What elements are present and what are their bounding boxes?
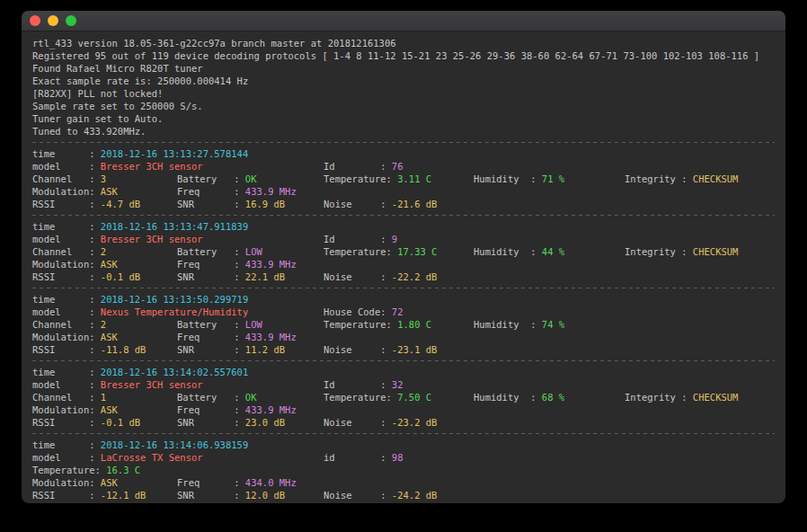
sensor-data-line: Temperature: 16.3 C [32,464,775,476]
field-value: -11.8 dB [101,344,146,355]
field-label: time : [32,439,101,450]
terminal-header-line: Tuned to 433.920MHz. [32,125,775,137]
field-label: Id : [324,161,392,172]
field-label: id : [324,452,392,463]
field-channel: Channel : 2 [32,318,106,331]
terminal-window: rtl_433 version 18.05-361-g22cc97a branc… [22,11,785,503]
field-label: Channel : [32,392,101,403]
field-label: Battery : [177,392,245,403]
block-separator [32,360,775,361]
field-value: -0.1 dB [101,271,140,282]
terminal-output[interactable]: rtl_433 version 18.05-361-g22cc97a branc… [22,31,785,501]
field-value: ASK [101,259,118,270]
field-label: Humidity : [474,173,542,184]
sensor-data-line: model : Bresser 3CH sensorId : 9 [32,233,775,245]
field-label: model : [32,379,101,390]
field-label: Temperature: [324,319,397,330]
field-label: Battery : [177,246,245,257]
zoom-button-icon[interactable] [66,15,76,26]
field-temperature: Temperature: 1.80 C [324,318,431,331]
field-label: Freq : [177,404,245,415]
field-value: 2 [101,246,106,257]
field-value: LaCrosse TX Sensor [101,452,203,463]
field-id: id : 98 [324,451,404,464]
field-label: Noise : [324,271,392,282]
field-value: 2018-12-16 13:13:47.911839 [101,221,248,232]
field-modulation: Modulation: ASK [32,185,118,198]
field-freq: Freq : 433.9 MHz [177,403,297,416]
field-value: 3 [101,173,106,184]
field-label: Battery : [177,319,245,330]
field-label: Humidity : [474,319,542,330]
field-value: ASK [101,404,118,415]
field-value: 2018-12-16 13:13:50.299719 [101,294,248,305]
field-value: 16.9 dB [245,199,285,209]
field-model: model : Nexus Temperature/Humidity [32,306,248,318]
field-value: 32 [392,379,404,390]
window-title-bar[interactable] [22,11,785,31]
sensor-data-line: time : 2018-12-16 13:13:50.299719 [32,293,775,306]
field-time: time : 2018-12-16 13:13:47.911839 [32,220,248,233]
field-value: 12.0 dB [245,490,285,501]
close-button-icon[interactable] [30,15,40,26]
field-value: -24.2 dB [392,490,438,501]
sensor-data-line: RSSI : -11.8 dBSNR : 11.2 dBNoise : -23.… [32,343,775,356]
field-label: Channel : [32,246,101,257]
field-humidity: Humidity : 74 % [474,318,564,331]
terminal-header-line: rtl_433 version 18.05-361-g22cc97a branc… [32,37,775,49]
field-value: ASK [101,332,118,342]
field-snr: SNR : 23.0 dB [177,416,285,429]
field-model: model : Bresser 3CH sensor [32,233,203,245]
field-value: 23.0 dB [245,417,285,428]
field-label: time : [32,294,101,305]
field-snr: SNR : 16.9 dB [177,198,285,210]
field-freq: Freq : 433.9 MHz [177,331,297,343]
field-label: RSSI : [32,199,101,209]
field-channel: Channel : 1 [32,391,106,403]
field-value: -22.2 dB [392,271,438,282]
field-label: House Code: [324,306,392,317]
field-time: time : 2018-12-16 13:13:50.299719 [32,293,248,306]
field-value: CHECKSUM [693,246,739,257]
field-temperature: Temperature: 16.3 C [32,464,140,476]
field-noise: Noise : -24.2 dB [324,489,437,501]
field-value: 16.3 C [106,465,140,475]
sensor-data-line: Channel : 1Battery : OKTemperature: 7.50… [32,391,775,403]
sensor-data-line: time : 2018-12-16 13:13:27.578144 [32,147,775,160]
field-value: -23.1 dB [392,344,438,355]
field-humidity: Humidity : 44 % [474,245,564,258]
field-label: Humidity : [474,246,542,257]
field-model: model : Bresser 3CH sensor [32,378,203,391]
field-value: Bresser 3CH sensor [101,234,203,244]
sensor-data-line: model : Bresser 3CH sensorId : 32 [32,378,775,391]
field-value: 44 % [542,246,564,257]
minimize-button-icon[interactable] [48,15,58,26]
block-separator [32,433,775,434]
terminal-header-line: Sample rate set to 250000 S/s. [32,100,775,112]
field-value: 11.2 dB [245,344,285,355]
field-label: Noise : [324,490,392,501]
field-label: Channel : [32,319,101,330]
field-rssi: RSSI : -0.1 dB [32,416,140,429]
sensor-data-line: RSSI : -4.7 dBSNR : 16.9 dBNoise : -21.6… [32,198,775,210]
field-label: Temperature: [324,392,397,403]
field-value: 3.11 C [397,173,431,184]
sensor-data-line: model : Bresser 3CH sensorId : 76 [32,160,775,173]
field-label: model : [32,306,101,317]
field-temperature: Temperature: 17.33 C [324,245,437,258]
field-value: -4.7 dB [101,199,140,209]
field-modulation: Modulation: ASK [32,476,118,489]
field-snr: SNR : 11.2 dB [177,343,285,356]
field-humidity: Humidity : 68 % [474,391,564,403]
field-label: Modulation: [32,332,101,342]
field-id: Id : 32 [324,378,404,391]
field-noise: Noise : -21.6 dB [324,198,437,210]
field-value: -21.6 dB [392,199,438,209]
field-label: Modulation: [32,404,101,415]
field-model: model : LaCrosse TX Sensor [32,451,203,464]
field-modulation: Modulation: ASK [32,258,118,270]
field-battery: Battery : OK [177,173,257,185]
field-value: 74 % [542,319,564,330]
field-channel: Channel : 3 [32,173,106,185]
terminal-header-line: Tuner gain set to Auto. [32,112,775,125]
